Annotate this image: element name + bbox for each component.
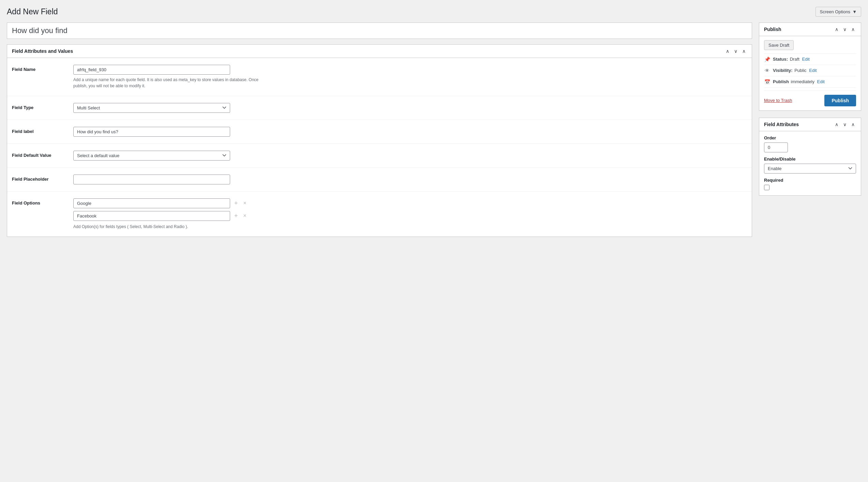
- main-column: Field Attributes and Values ∧ ∨ ∧ Fi: [7, 22, 752, 244]
- visibility-row: 👁 Visibility: Public Edit: [764, 65, 856, 76]
- page-title: Add New Field: [7, 7, 58, 17]
- order-input[interactable]: [764, 142, 788, 152]
- option-input-2[interactable]: [73, 211, 230, 221]
- content-area: Field Attributes and Values ∧ ∨ ∧ Fi: [7, 22, 861, 244]
- publish-button[interactable]: Publish: [824, 95, 856, 106]
- field-default-value-select[interactable]: Select a default value Google Facebook: [73, 151, 230, 161]
- metabox-title: Field Attributes and Values: [12, 48, 73, 54]
- top-bar: Add New Field Screen Options ▼: [7, 7, 861, 17]
- status-value: Draft: [790, 57, 799, 62]
- field-name-label: Field Name: [12, 65, 66, 72]
- field-placeholder-row: Field Placeholder: [7, 168, 752, 192]
- field-placeholder-input[interactable]: [73, 175, 230, 184]
- status-row: 📌 Status: Draft Edit: [764, 54, 856, 65]
- field-label-label: Field label: [12, 127, 66, 134]
- up-icon: ∧: [835, 27, 838, 32]
- field-attr-down-button[interactable]: ∨: [842, 121, 848, 127]
- down-icon: ∨: [843, 122, 847, 127]
- status-edit-link[interactable]: Edit: [802, 57, 809, 62]
- publish-panel: Publish ∧ ∨ ∧ Save Draft: [759, 22, 861, 111]
- sidebar-column: Publish ∧ ∨ ∧ Save Draft: [759, 22, 861, 202]
- option-add-button-1[interactable]: +: [233, 199, 239, 207]
- option-remove-button-2[interactable]: ×: [242, 212, 248, 219]
- collapse-icon: ∧: [851, 27, 855, 32]
- field-options-label: Field Options: [12, 198, 66, 206]
- pin-icon: 📌: [764, 57, 770, 62]
- eye-icon: 👁: [764, 68, 770, 73]
- publish-time-edit-link[interactable]: Edit: [817, 79, 825, 84]
- enable-disable-label: Enable/Disable: [764, 156, 856, 162]
- chevron-down-icon: ▼: [852, 9, 857, 14]
- calendar-icon: 📅: [764, 79, 770, 85]
- field-default-value-row: Field Default Value Select a default val…: [7, 144, 752, 168]
- metabox-header: Field Attributes and Values ∧ ∨ ∧: [7, 45, 752, 58]
- up-icon: ∧: [835, 122, 838, 127]
- field-options-row: Field Options + × + × Add Option(s): [7, 192, 752, 237]
- publish-time-label: Publish immediately Edit: [773, 79, 825, 84]
- field-default-value-control: Select a default value Google Facebook: [73, 151, 747, 161]
- field-placeholder-control: [73, 175, 747, 184]
- option-add-button-2[interactable]: +: [233, 212, 239, 220]
- field-default-value-label: Field Default Value: [12, 151, 66, 158]
- field-name-description: Add a unique name for each quote field. …: [73, 77, 271, 89]
- metabox-up-button[interactable]: ∧: [724, 48, 731, 54]
- publish-collapse-button[interactable]: ∧: [850, 26, 856, 32]
- required-label: Required: [764, 178, 856, 183]
- status-label: Status: Draft Edit: [773, 57, 810, 62]
- publish-panel-title: Publish: [764, 27, 781, 32]
- save-draft-button[interactable]: Save Draft: [764, 40, 794, 50]
- required-checkbox[interactable]: [764, 185, 769, 190]
- metabox-collapse-button[interactable]: ∧: [741, 48, 747, 54]
- order-label: Order: [764, 135, 856, 140]
- metabox-body: Field Name Add a unique name for each qu…: [7, 58, 752, 237]
- field-type-control: Multi Select Text Textarea Select Radio …: [73, 103, 747, 113]
- publish-time-row: 📅 Publish immediately Edit: [764, 76, 856, 88]
- enable-disable-select[interactable]: Enable Disable: [764, 164, 856, 174]
- publish-down-button[interactable]: ∨: [842, 26, 848, 32]
- field-options-control: + × + × Add Option(s) for fields types (…: [73, 198, 747, 230]
- field-options-description: Add Option(s) for fields types ( Select,…: [73, 224, 271, 230]
- move-to-trash-link[interactable]: Move to Trash: [764, 98, 792, 103]
- visibility-value: Public: [794, 68, 806, 73]
- publish-panel-header: Publish ∧ ∨ ∧: [759, 23, 861, 36]
- field-attributes-sidebar-panel: Field Attributes ∧ ∨ ∧ Order Enable/Dis: [759, 118, 861, 196]
- collapse-icon: ∧: [851, 122, 855, 127]
- field-attr-up-button[interactable]: ∧: [834, 121, 840, 127]
- field-attr-collapse-button[interactable]: ∧: [850, 121, 856, 127]
- publish-time-value: immediately: [791, 79, 814, 84]
- publish-panel-body: Save Draft 📌 Status: Draft Edit 👁 Visibi…: [759, 36, 861, 110]
- option-row-1: + ×: [73, 198, 747, 208]
- field-name-control: Add a unique name for each quote field. …: [73, 65, 747, 89]
- field-name-row: Field Name Add a unique name for each qu…: [7, 58, 752, 96]
- down-icon: ∨: [843, 27, 847, 32]
- down-icon: ∨: [734, 48, 737, 54]
- field-attributes-controls: ∧ ∨ ∧: [834, 121, 856, 127]
- field-title-input[interactable]: [7, 22, 752, 39]
- field-type-row: Field Type Multi Select Text Textarea Se…: [7, 96, 752, 120]
- screen-options-label: Screen Options: [820, 9, 851, 14]
- field-attributes-sidebar-body: Order Enable/Disable Enable Disable Requ…: [759, 131, 861, 195]
- field-attributes-sidebar-title: Field Attributes: [764, 122, 799, 127]
- visibility-edit-link[interactable]: Edit: [809, 68, 817, 73]
- collapse-icon: ∧: [742, 48, 746, 54]
- field-name-input[interactable]: [73, 65, 230, 75]
- publish-up-button[interactable]: ∧: [834, 26, 840, 32]
- visibility-label: Visibility: Public Edit: [773, 68, 817, 73]
- field-type-label: Field Type: [12, 103, 66, 110]
- screen-options-button[interactable]: Screen Options ▼: [815, 7, 861, 17]
- field-placeholder-label: Field Placeholder: [12, 175, 66, 182]
- field-label-row: Field label: [7, 120, 752, 144]
- option-remove-button-1[interactable]: ×: [242, 200, 248, 207]
- field-label-input[interactable]: [73, 127, 230, 137]
- field-attributes-values-panel: Field Attributes and Values ∧ ∨ ∧ Fi: [7, 44, 752, 237]
- metabox-controls: ∧ ∨ ∧: [724, 48, 747, 54]
- option-input-1[interactable]: [73, 198, 230, 208]
- publish-panel-controls: ∧ ∨ ∧: [834, 26, 856, 32]
- up-icon: ∧: [726, 48, 729, 54]
- option-row-2: + ×: [73, 211, 747, 221]
- field-type-select[interactable]: Multi Select Text Textarea Select Radio …: [73, 103, 230, 113]
- publish-actions: Move to Trash Publish: [764, 90, 856, 106]
- field-attributes-sidebar-header: Field Attributes ∧ ∨ ∧: [759, 118, 861, 131]
- metabox-down-button[interactable]: ∨: [733, 48, 739, 54]
- field-label-control: [73, 127, 747, 137]
